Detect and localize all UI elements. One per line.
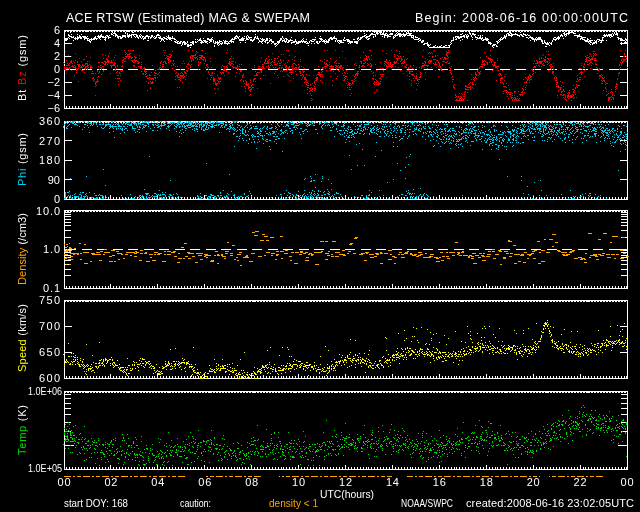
svg-text:22: 22 — [574, 476, 587, 488]
svg-text:18: 18 — [480, 476, 493, 488]
svg-text:20: 20 — [527, 476, 540, 488]
svg-text:180: 180 — [39, 154, 60, 166]
svg-text:12: 12 — [339, 476, 352, 488]
svg-text:1.0E+05: 1.0E+05 — [28, 462, 62, 474]
svg-text:1.0E+06: 1.0E+06 — [28, 385, 62, 397]
svg-text:600: 600 — [39, 372, 60, 384]
svg-text:10.0: 10.0 — [36, 205, 60, 217]
svg-text:360: 360 — [39, 115, 60, 127]
svg-text:Phi (gsm): Phi (gsm) — [16, 133, 28, 186]
svg-text:0: 0 — [54, 193, 60, 205]
svg-text:0: 0 — [54, 63, 60, 75]
svg-text:270: 270 — [39, 135, 60, 147]
svg-text:Speed (km/s): Speed (km/s) — [16, 304, 28, 372]
svg-text:750: 750 — [39, 294, 60, 306]
svg-text:14: 14 — [386, 476, 399, 488]
svg-text:Bt Bz (gsm): Bt Bz (gsm) — [16, 35, 28, 101]
svg-text:start DOY: 168: start DOY: 168 — [64, 497, 128, 509]
svg-text:density < 1: density < 1 — [269, 497, 318, 509]
svg-text:NOAA/SWPC: NOAA/SWPC — [401, 497, 453, 509]
svg-text:4: 4 — [54, 37, 60, 49]
svg-text:02: 02 — [104, 476, 117, 488]
svg-text:−2: −2 — [47, 76, 60, 88]
svg-text:16: 16 — [433, 476, 446, 488]
svg-text:08: 08 — [245, 476, 258, 488]
svg-text:700: 700 — [39, 320, 60, 332]
svg-text:0.1: 0.1 — [43, 282, 60, 294]
svg-text:UTC(hours): UTC(hours) — [320, 488, 374, 500]
svg-text:caution:: caution: — [180, 497, 211, 509]
svg-text:6: 6 — [54, 24, 60, 36]
svg-text:10: 10 — [292, 476, 305, 488]
svg-text:650: 650 — [39, 346, 60, 358]
svg-text:Begin: 2008-06-16 00:00:00UTC: Begin: 2008-06-16 00:00:00UTC — [415, 11, 628, 25]
svg-text:06: 06 — [198, 476, 211, 488]
svg-text:90: 90 — [48, 174, 60, 186]
svg-text:ACE RTSW (Estimated) MAG & SWE: ACE RTSW (Estimated) MAG & SWEPAM — [66, 11, 310, 25]
svg-text:00: 00 — [621, 476, 634, 488]
svg-text:created:2008-06-16 23:02:05UTC: created:2008-06-16 23:02:05UTC — [466, 497, 634, 509]
svg-text:1.0: 1.0 — [43, 243, 60, 255]
svg-text:−6: −6 — [47, 102, 60, 114]
svg-text:04: 04 — [151, 476, 164, 488]
svg-text:2: 2 — [54, 50, 60, 62]
svg-text:Density (/cm3): Density (/cm3) — [16, 213, 28, 285]
svg-text:00: 00 — [58, 476, 71, 488]
svg-text:−4: −4 — [47, 89, 60, 101]
svg-text:Temp (K): Temp (K) — [16, 405, 28, 455]
